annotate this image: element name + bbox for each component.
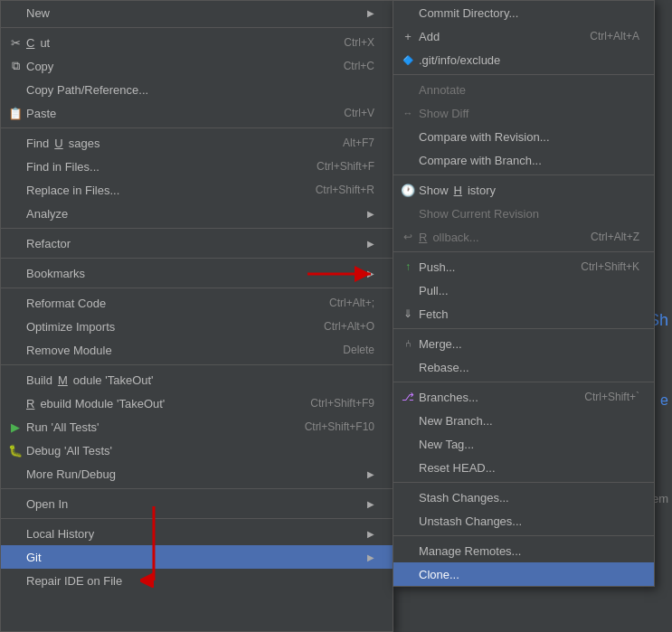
paste-icon: 📋 — [6, 107, 24, 120]
menu-item-optimize[interactable]: Optimize Imports Ctrl+Alt+O — [1, 315, 393, 338]
submenu-fetch-label: Fetch — [419, 307, 449, 321]
submenu-add-label: Add — [419, 30, 440, 43]
submenu-rollback[interactable]: ↩ Rollback... Ctrl+Alt+Z — [393, 225, 654, 249]
submenu-sep-3 — [393, 251, 654, 252]
submenu-show-current[interactable]: Show Current Revision — [393, 202, 654, 225]
sep-6 — [1, 488, 393, 489]
submenu-stash[interactable]: Stash Changes... — [393, 486, 654, 509]
submenu-fetch[interactable]: ⇓ Fetch — [393, 302, 654, 325]
menu-item-copy[interactable]: ⧉ Copy Ctrl+C — [1, 54, 393, 78]
menu-item-repair-ide-label: Repair IDE on File — [26, 574, 374, 588]
submenu-add-shortcut: Ctrl+Alt+A — [590, 30, 639, 42]
menu-item-remove-module[interactable]: Remove Module Delete — [1, 338, 393, 362]
menu-item-copy-shortcut: Ctrl+C — [344, 60, 374, 72]
menu-item-rebuild-module-shortcut: Ctrl+Shift+F9 — [310, 397, 374, 410]
submenu-annotate[interactable]: Annotate — [393, 78, 654, 101]
menu-item-find-usages[interactable]: Find Usages Alt+F7 — [1, 131, 393, 155]
submenu-merge[interactable]: ⑃ Merge... — [393, 332, 654, 355]
arrow-right — [308, 260, 380, 288]
menu-item-git[interactable]: Git — [1, 545, 393, 569]
git-file-icon: 🔷 — [399, 55, 417, 65]
submenu-clone[interactable]: Clone... — [393, 562, 654, 586]
menu-item-local-history[interactable]: Local History — [1, 522, 393, 545]
menu-item-replace-files[interactable]: Replace in Files... Ctrl+Shift+R — [1, 178, 393, 202]
menu-item-new[interactable]: New — [1, 1, 393, 24]
submenu-branches[interactable]: ⎇ Branches... Ctrl+Shift+` — [393, 385, 654, 409]
submenu-manage-remotes[interactable]: Manage Remotes... — [393, 539, 654, 562]
menu-item-run-tests-label: Run 'All Tests' — [26, 420, 287, 434]
menu-item-paste-label: Paste — [26, 107, 326, 120]
menu-item-analyze[interactable]: Analyze — [1, 202, 393, 225]
submenu-push-label: Push... — [419, 260, 455, 274]
submenu-sep-5 — [393, 382, 654, 382]
menu-item-cut[interactable]: ✂ Cut Ctrl+X — [1, 31, 393, 54]
menu-item-find-files-label: Find in Files... — [26, 160, 298, 174]
submenu-branches-shortcut: Ctrl+Shift+` — [584, 391, 639, 403]
menu-item-reformat[interactable]: Reformat Code Ctrl+Alt+; — [1, 291, 393, 315]
submenu-compare-branch[interactable]: Compare with Branch... — [393, 148, 654, 172]
submenu-pull-label: Pull... — [419, 284, 449, 297]
menu-item-rebuild-module[interactable]: Rebuild Module 'TakeOut' Ctrl+Shift+F9 — [1, 391, 393, 415]
submenu-pull[interactable]: Pull... — [393, 278, 654, 302]
menu-item-run-tests[interactable]: ▶ Run 'All Tests' Ctrl+Shift+F10 — [1, 415, 393, 439]
menu-item-build-module-label: Build Module 'TakeOut' — [26, 373, 374, 387]
menu-item-refactor[interactable]: Refactor — [1, 231, 393, 255]
menu-item-reformat-shortcut: Ctrl+Alt+; — [329, 297, 374, 309]
submenu-gitinfo[interactable]: 🔷 .git/info/exclude — [393, 48, 654, 71]
submenu-annotate-label: Annotate — [419, 83, 466, 97]
debug-icon: 🐛 — [6, 444, 24, 457]
submenu-sep-4 — [393, 328, 654, 329]
submenu-gitinfo-label: .git/info/exclude — [419, 53, 500, 67]
submenu-push[interactable]: ↑ Push... Ctrl+Shift+K — [393, 255, 654, 278]
bg-text-2: e — [657, 389, 672, 412]
submenu-sep-1 — [393, 74, 654, 75]
push-icon: ↑ — [399, 260, 417, 273]
submenu-reset-head[interactable]: Reset HEAD... — [393, 456, 654, 479]
menu-item-paste[interactable]: 📋 Paste Ctrl+V — [1, 101, 393, 125]
menu-item-copy-path-label: Copy Path/Reference... — [26, 83, 374, 97]
menu-item-new-label: New — [26, 6, 367, 20]
submenu-rebase-label: Rebase... — [419, 361, 469, 374]
fetch-icon: ⇓ — [399, 307, 417, 320]
menu-item-refactor-label: Refactor — [26, 237, 367, 250]
plus-icon: + — [399, 30, 417, 43]
menu-item-remove-module-shortcut: Delete — [343, 344, 374, 356]
menu-item-find-usages-label: Find Usages — [26, 137, 325, 150]
menu-item-run-tests-shortcut: Ctrl+Shift+F10 — [305, 420, 374, 433]
sep-2 — [1, 228, 393, 229]
sep-5 — [1, 364, 393, 365]
menu-item-find-files-shortcut: Ctrl+Shift+F — [317, 160, 374, 173]
menu-item-find-files[interactable]: Find in Files... Ctrl+Shift+F — [1, 155, 393, 178]
submenu-unstash[interactable]: Unstash Changes... — [393, 509, 654, 533]
submenu-add[interactable]: + Add Ctrl+Alt+A — [393, 24, 654, 48]
menu-item-debug-tests-label: Debug 'All Tests' — [26, 444, 374, 457]
submenu-sep-7 — [393, 535, 654, 536]
menu-item-repair-ide[interactable]: Repair IDE on File — [1, 569, 393, 592]
submenu-compare-revision[interactable]: Compare with Revision... — [393, 125, 654, 148]
submenu-reset-head-label: Reset HEAD... — [419, 461, 496, 475]
menu-item-build-module[interactable]: Build Module 'TakeOut' — [1, 368, 393, 391]
clock-icon: 🕐 — [399, 184, 417, 197]
submenu-show-history-label: Show History — [419, 184, 496, 197]
menu-item-open-in[interactable]: Open In — [1, 492, 393, 515]
submenu-sep-6 — [393, 482, 654, 483]
submenu-show-history[interactable]: 🕐 Show History — [393, 178, 654, 202]
submenu-show-diff[interactable]: ↔ Show Diff — [393, 101, 654, 125]
menu-item-analyze-label: Analyze — [26, 207, 367, 221]
sep-4 — [1, 288, 393, 288]
copy-icon: ⧉ — [6, 59, 24, 73]
git-submenu: Commit Directory... + Add Ctrl+Alt+A 🔷 .… — [393, 0, 655, 587]
submenu-new-branch[interactable]: New Branch... — [393, 409, 654, 432]
menu-item-optimize-shortcut: Ctrl+Alt+O — [324, 320, 374, 333]
run-icon: ▶ — [6, 420, 24, 434]
submenu-commit-dir[interactable]: Commit Directory... — [393, 1, 654, 24]
menu-item-replace-files-label: Replace in Files... — [26, 184, 298, 197]
submenu-merge-label: Merge... — [419, 337, 462, 351]
menu-item-local-history-label: Local History — [26, 527, 367, 541]
submenu-new-tag[interactable]: New Tag... — [393, 432, 654, 456]
submenu-clone-label: Clone... — [419, 568, 459, 581]
menu-item-copy-path[interactable]: Copy Path/Reference... — [1, 78, 393, 101]
menu-item-debug-tests[interactable]: 🐛 Debug 'All Tests' — [1, 439, 393, 462]
menu-item-more-run[interactable]: More Run/Debug — [1, 462, 393, 486]
submenu-rebase[interactable]: Rebase... — [393, 355, 654, 379]
